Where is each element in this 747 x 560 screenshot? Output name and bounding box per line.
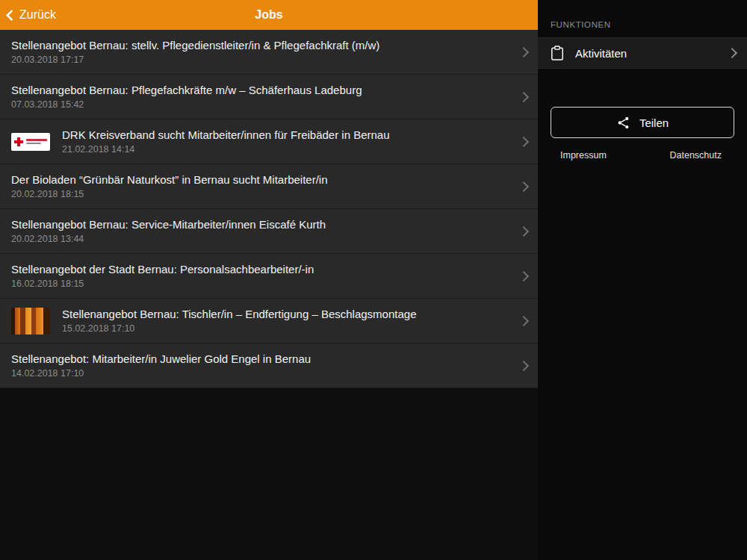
chevron-right-icon: [518, 315, 529, 326]
job-title: Stellenangebot der Stadt Bernau: Persona…: [11, 263, 314, 276]
clipboard-icon: [551, 46, 564, 61]
job-date: 21.02.2018 14:14: [62, 144, 390, 155]
chevron-left-icon: [6, 9, 18, 21]
job-date: 20.02.2018 18:15: [11, 189, 328, 199]
job-title: Stellenangebot Bernau: stellv. Pflegedie…: [11, 39, 379, 52]
job-title: Der Bioladen “Grünbär Naturkost” in Bern…: [11, 173, 328, 186]
chevron-right-icon: [727, 48, 737, 58]
job-title: Stellenangebot Bernau: Pflegefachkräfte …: [11, 84, 362, 96]
app-window: Zurück Jobs Stellenangebot Bernau: stell…: [0, 0, 747, 560]
sidebar-section-title: FUNKTIONEN: [538, 0, 747, 37]
chevron-right-icon: [518, 225, 529, 236]
list-item[interactable]: Stellenangebot Bernau: Pflegefachkräfte …: [0, 75, 538, 119]
red-cross-icon: [14, 137, 23, 146]
share-button[interactable]: Teilen: [551, 107, 734, 138]
functions-sidebar: FUNKTIONEN Aktivitäten Teilen Impressum …: [538, 0, 747, 560]
list-item[interactable]: Stellenangebot Bernau: Service-Mitarbeit…: [0, 209, 538, 254]
navigation-bar: Zurück Jobs: [0, 0, 538, 30]
drk-logo-thumbnail: [11, 133, 50, 151]
activities-row[interactable]: Aktivitäten: [538, 37, 747, 69]
list-item[interactable]: DRK Kreisverband sucht Mitarbeiter/innen…: [0, 119, 538, 164]
share-icon: [616, 116, 630, 130]
job-date: 15.02.2018 17:10: [62, 323, 416, 334]
legal-links-row: Impressum Datenschutz: [538, 138, 747, 161]
job-list: Stellenangebot Bernau: stellv. Pflegedie…: [0, 30, 538, 388]
list-item[interactable]: Stellenangebot der Stadt Bernau: Persona…: [0, 254, 538, 299]
job-date: 20.02.2018 13:44: [11, 234, 326, 244]
page-title: Jobs: [0, 8, 538, 22]
activities-label: Aktivitäten: [575, 47, 627, 60]
job-date: 07.03.2018 15:42: [11, 99, 362, 110]
chevron-right-icon: [518, 270, 529, 281]
impressum-link[interactable]: Impressum: [560, 150, 607, 161]
list-item[interactable]: Der Bioladen “Grünbär Naturkost” in Bern…: [0, 164, 538, 209]
datenschutz-link[interactable]: Datenschutz: [670, 150, 722, 161]
job-title: Stellenangebot Bernau: Tischler/in – End…: [62, 308, 416, 320]
chevron-right-icon: [518, 181, 529, 191]
job-title: DRK Kreisverband sucht Mitarbeiter/innen…: [62, 128, 390, 141]
chevron-right-icon: [518, 360, 529, 370]
wood-photo-thumbnail: [11, 308, 50, 335]
jobs-panel: Zurück Jobs Stellenangebot Bernau: stell…: [0, 0, 538, 560]
chevron-right-icon: [518, 46, 529, 57]
drk-logo-text-lines: [26, 139, 47, 144]
job-date: 14.02.2018 17:10: [11, 368, 311, 379]
job-title: Stellenangebot Bernau: Service-Mitarbeit…: [11, 218, 326, 231]
job-date: 20.03.2018 17:17: [11, 55, 379, 65]
list-item[interactable]: Stellenangebot Bernau: stellv. Pflegedie…: [0, 30, 538, 75]
back-button[interactable]: Zurück: [0, 8, 56, 22]
chevron-right-icon: [518, 136, 529, 146]
list-item[interactable]: Stellenangebot Bernau: Tischler/in – End…: [0, 299, 538, 343]
chevron-right-icon: [518, 91, 529, 102]
share-button-label: Teilen: [639, 116, 669, 129]
job-title: Stellenangebot: Mitarbeiter/in Juwelier …: [11, 352, 311, 365]
list-item[interactable]: Stellenangebot: Mitarbeiter/in Juwelier …: [0, 343, 538, 388]
job-date: 16.02.2018 18:15: [11, 279, 314, 289]
back-button-label: Zurück: [19, 8, 56, 22]
